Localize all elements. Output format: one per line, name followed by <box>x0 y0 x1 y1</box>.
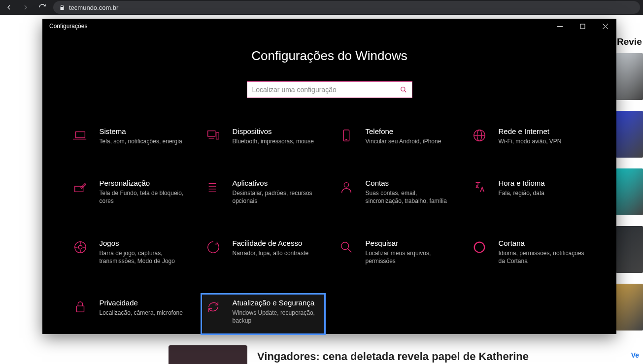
maximize-button[interactable] <box>571 19 594 33</box>
settings-item-title: Aplicativos <box>233 179 319 187</box>
settings-item-title: Hora e Idioma <box>499 179 545 187</box>
globe-icon <box>471 127 488 144</box>
settings-item-title: Rede e Internet <box>499 127 562 135</box>
settings-item-subtitle: Barra de jogo, capturas, transmissões, M… <box>100 249 186 265</box>
settings-item-title: Facilidade de Acesso <box>233 239 309 247</box>
settings-item-title: Dispositivos <box>233 127 314 135</box>
update-icon <box>205 298 222 315</box>
settings-item-acessibilidade[interactable]: Facilidade de AcessoNarrador, lupa, alto… <box>201 233 326 271</box>
apps-icon <box>205 179 222 196</box>
article-thumbnail <box>169 345 247 364</box>
page-title: Configurações do Windows <box>251 48 407 64</box>
settings-item-title: Privacidade <box>100 298 183 307</box>
svg-rect-6 <box>75 132 85 138</box>
settings-item-subtitle: Tela de Fundo, tela de bloqueio, cores <box>100 189 186 205</box>
settings-item-sistema[interactable]: SistemaTela, som, notificações, energia <box>68 122 193 152</box>
settings-item-title: Telefone <box>366 127 441 135</box>
settings-item-title: Cortana <box>499 239 585 247</box>
settings-item-pesquisar[interactable]: PesquisarLocalizar meus arquivos, permis… <box>334 233 459 271</box>
svg-point-21 <box>344 183 348 187</box>
lock-icon <box>72 298 89 315</box>
search-icon <box>400 86 407 93</box>
settings-item-aplicativos[interactable]: AplicativosDesinstalar, padrões, recurso… <box>201 173 326 211</box>
review-thumbnail[interactable] <box>616 111 643 158</box>
svg-point-23 <box>78 245 82 249</box>
settings-item-title: Atualização e Segurança <box>233 298 319 307</box>
settings-item-title: Pesquisar <box>366 239 452 247</box>
svg-rect-8 <box>207 131 215 136</box>
settings-item-jogos[interactable]: JogosBarra de jogo, capturas, transmissõ… <box>68 233 193 271</box>
search-input[interactable] <box>252 86 400 94</box>
forward-button[interactable] <box>20 1 32 13</box>
settings-item-title: Sistema <box>100 127 182 135</box>
settings-window: Configurações Configurações do Windows S… <box>42 19 616 334</box>
settings-item-privacidade[interactable]: PrivacidadeLocalização, câmera, microfon… <box>68 293 193 335</box>
person-icon <box>338 179 355 196</box>
settings-item-subtitle: Desinstalar, padrões, recursos opcionais <box>233 189 319 205</box>
address-text: tecmundo.com.br <box>69 4 118 11</box>
settings-item-subtitle: Idioma, permissões, notificações da Cort… <box>499 249 585 265</box>
browser-toolbar: tecmundo.com.br <box>0 0 643 15</box>
article-headline: Vingadores: cena deletada revela papel d… <box>257 350 529 363</box>
svg-rect-9 <box>216 132 219 139</box>
settings-item-dispositivos[interactable]: DispositivosBluetooth, impressoras, mous… <box>201 122 326 152</box>
ease-icon <box>205 239 222 256</box>
laptop-icon <box>72 127 89 144</box>
settings-item-subtitle: Wi-Fi, modo avião, VPN <box>499 137 562 145</box>
settings-item-subtitle: Suas contas, email, sincronização, traba… <box>366 189 452 205</box>
settings-item-title: Jogos <box>100 239 186 247</box>
settings-item-subtitle: Tela, som, notificações, energia <box>100 137 182 145</box>
time-lang-icon <box>471 179 488 196</box>
svg-point-4 <box>401 87 405 91</box>
svg-line-29 <box>347 248 351 252</box>
lock-icon <box>59 4 65 10</box>
close-button[interactable] <box>594 19 616 33</box>
settings-grid: SistemaTela, som, notificações, energiaD… <box>68 122 592 335</box>
review-thumbnail[interactable] <box>616 226 643 273</box>
settings-item-cortana[interactable]: CortanaIdioma, permissões, notificações … <box>467 233 592 271</box>
back-button[interactable] <box>3 1 15 13</box>
title-bar: Configurações <box>42 19 616 33</box>
devices-icon <box>205 127 222 144</box>
settings-item-rede[interactable]: Rede e InternetWi-Fi, modo avião, VPN <box>467 122 592 152</box>
settings-item-subtitle: Bluetooth, impressoras, mouse <box>233 137 314 145</box>
settings-item-hora[interactable]: Hora e IdiomaFala, região, data <box>467 173 592 211</box>
settings-item-subtitle: Localizar meus arquivos, permissões <box>366 249 452 265</box>
svg-rect-31 <box>76 306 84 312</box>
search-icon <box>338 239 355 256</box>
pen-icon <box>72 179 89 196</box>
article-teaser: Vingadores: cena deletada revela papel d… <box>0 345 643 364</box>
svg-rect-16 <box>74 186 83 192</box>
sidebar-heading: Revie <box>616 34 643 53</box>
settings-item-telefone[interactable]: TelefoneVincular seu Android, iPhone <box>334 122 459 152</box>
search-box[interactable] <box>247 81 412 98</box>
review-thumbnail[interactable] <box>616 284 643 331</box>
settings-item-title: Contas <box>366 179 452 187</box>
svg-rect-1 <box>580 24 585 29</box>
review-thumbnail[interactable] <box>616 168 643 215</box>
settings-item-subtitle: Narrador, lupa, alto contraste <box>233 249 309 257</box>
cortana-icon <box>471 239 488 256</box>
phone-icon <box>338 127 355 144</box>
svg-point-28 <box>341 242 348 249</box>
settings-item-title: Personalização <box>100 179 186 187</box>
settings-item-subtitle: Fala, região, data <box>499 189 545 197</box>
settings-item-contas[interactable]: ContasSuas contas, email, sincronização,… <box>334 173 459 211</box>
gaming-icon <box>72 239 89 256</box>
review-thumbnail[interactable] <box>616 53 643 100</box>
see-more-link[interactable]: Ve <box>631 351 639 359</box>
address-bar[interactable]: tecmundo.com.br <box>53 1 640 14</box>
settings-item-subtitle: Localização, câmera, microfone <box>100 309 183 317</box>
settings-item-subtitle: Windows Update, recuperação, backup <box>233 309 319 325</box>
settings-item-atualizacao[interactable]: Atualização e SegurançaWindows Update, r… <box>201 293 326 335</box>
settings-item-subtitle: Vincular seu Android, iPhone <box>366 137 441 145</box>
svg-line-5 <box>404 91 406 93</box>
window-title: Configurações <box>49 23 87 30</box>
sidebar-teaser: Revie <box>616 34 643 341</box>
settings-item-personalizacao[interactable]: PersonalizaçãoTela de Fundo, tela de blo… <box>68 173 193 211</box>
svg-point-30 <box>474 242 484 252</box>
minimize-button[interactable] <box>548 19 571 33</box>
reload-button[interactable] <box>36 1 48 13</box>
